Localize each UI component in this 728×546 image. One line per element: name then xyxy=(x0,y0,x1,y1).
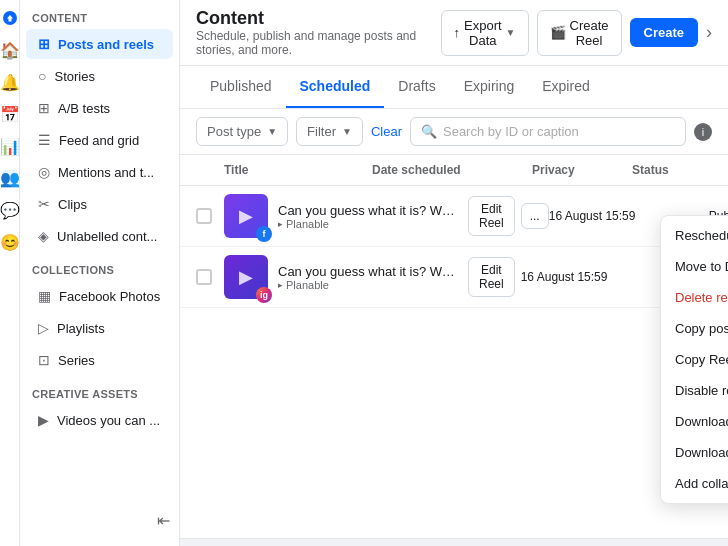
row1-checkbox[interactable] xyxy=(196,208,212,224)
left-icon-bar: 🏠 🔔 📅 📊 👥 💬 😊 xyxy=(0,0,20,546)
dropdown-item-add-collaborator[interactable]: Add collaborator xyxy=(661,468,728,499)
filter-label: Filter xyxy=(307,124,336,139)
row1-post-cell: ▶ f Can you guess what it is? We're ... … xyxy=(224,194,549,238)
thumb-play-icon: ▶ xyxy=(239,266,253,288)
sidebar-label-stories: Stories xyxy=(54,69,94,84)
feed-icon: ☰ xyxy=(38,132,51,148)
collapse-sidebar-button[interactable]: ⇤ xyxy=(155,512,171,528)
page-subtitle: Schedule, publish and manage posts and s… xyxy=(196,29,441,57)
sidebar-bottom: ⇤ xyxy=(20,504,179,536)
sidebar-item-mentions[interactable]: ◎ Mentions and t... xyxy=(26,157,173,187)
row2-post-title: Can you guess what it is? We're ... xyxy=(278,264,458,279)
row2-platform-badge: ig xyxy=(256,287,272,303)
status-col-header: Status xyxy=(632,163,712,177)
row2-date: 16 August 15:59 xyxy=(521,270,681,284)
sidebar-item-feed-grid[interactable]: ☰ Feed and grid xyxy=(26,125,173,155)
tab-expired[interactable]: Expired xyxy=(528,66,603,108)
sidebar-item-series[interactable]: ⊡ Series xyxy=(26,345,173,375)
row1-more-button[interactable]: ... xyxy=(521,203,549,229)
sidebar-label-mentions: Mentions and t... xyxy=(58,165,154,180)
home-icon[interactable]: 🏠 xyxy=(2,42,18,58)
dropdown-item-copy-id[interactable]: Copy Reel ID xyxy=(661,344,728,375)
row2-thumbnail: ▶ ig xyxy=(224,255,268,299)
tab-expiring[interactable]: Expiring xyxy=(450,66,529,108)
row1-thumbnail: ▶ f xyxy=(224,194,268,238)
create-reel-button[interactable]: 🎬 Create Reel xyxy=(537,10,622,56)
info-icon[interactable]: i xyxy=(694,123,712,141)
source-arrow-icon: ▸ xyxy=(278,280,283,290)
export-label: Export Data xyxy=(464,18,502,48)
dropdown-item-move-drafts[interactable]: Move to Drafts xyxy=(661,251,728,282)
top-header: Content Schedule, publish and manage pos… xyxy=(180,0,728,66)
row2-edit-reel-button[interactable]: Edit Reel xyxy=(468,257,515,297)
ab-tests-icon: ⊞ xyxy=(38,100,50,116)
dropdown-item-download-hd[interactable]: Download HD xyxy=(661,437,728,468)
row1-action-cell: Edit Reel ... xyxy=(468,196,549,236)
sidebar-item-ab-tests[interactable]: ⊞ A/B tests xyxy=(26,93,173,123)
tab-drafts[interactable]: Drafts xyxy=(384,66,449,108)
series-icon: ⊡ xyxy=(38,352,50,368)
stories-icon: ○ xyxy=(38,68,46,84)
export-chevron-icon: ▼ xyxy=(506,27,516,38)
row2-action-cell: Edit Reel xyxy=(468,257,521,297)
filter-chevron-icon: ▼ xyxy=(342,126,352,137)
export-data-button[interactable]: ↑ Export Data ▼ xyxy=(441,10,529,56)
source-arrow-icon: ▸ xyxy=(278,219,283,229)
more-options-button[interactable]: › xyxy=(706,22,712,43)
create-label: Create xyxy=(644,25,684,40)
dropdown-item-copy-link[interactable]: Copy post link xyxy=(661,313,728,344)
row2-post-cell: ▶ ig Can you guess what it is? We're ...… xyxy=(224,255,521,299)
post-type-chevron-icon: ▼ xyxy=(267,126,277,137)
filter-dropdown[interactable]: Filter ▼ xyxy=(296,117,363,146)
reel-icon: 🎬 xyxy=(550,25,566,40)
post-type-label: Post type xyxy=(207,124,261,139)
search-box[interactable]: 🔍 Search by ID or caption xyxy=(410,117,686,146)
row1-edit-reel-button[interactable]: Edit Reel xyxy=(468,196,515,236)
sidebar-section-collections: Collections xyxy=(20,252,179,280)
sidebar-item-videos[interactable]: ▶ Videos you can ... xyxy=(26,405,173,435)
tabs-bar: Published Scheduled Drafts Expiring Expi… xyxy=(180,66,728,109)
sidebar-item-stories[interactable]: ○ Stories xyxy=(26,61,173,91)
dropdown-item-disable-remix[interactable]: Disable remixing xyxy=(661,375,728,406)
create-button[interactable]: Create xyxy=(630,18,698,47)
fb-photos-icon: ▦ xyxy=(38,288,51,304)
sidebar-item-clips[interactable]: ✂ Clips xyxy=(26,189,173,219)
users-icon[interactable]: 👥 xyxy=(2,170,18,186)
row2-source-name: Planable xyxy=(286,279,329,291)
row2-checkbox[interactable] xyxy=(196,269,212,285)
posts-reels-icon: ⊞ xyxy=(38,36,50,52)
calendar-icon[interactable]: 📅 xyxy=(2,106,18,122)
sidebar-item-facebook-photos[interactable]: ▦ Facebook Photos xyxy=(26,281,173,311)
row1-post-info: Can you guess what it is? We're ... ▸ Pl… xyxy=(278,203,458,230)
bell-icon[interactable]: 🔔 xyxy=(2,74,18,90)
row2-post-info: Can you guess what it is? We're ... ▸ Pl… xyxy=(278,264,458,291)
content-table: Title Date scheduled Privacy Status ▶ f … xyxy=(180,155,728,538)
tab-published[interactable]: Published xyxy=(196,66,286,108)
sidebar-section-creative: Creative assets xyxy=(20,376,179,404)
row1-platform-badge: f xyxy=(256,226,272,242)
comment-icon[interactable]: 💬 xyxy=(2,202,18,218)
videos-icon: ▶ xyxy=(38,412,49,428)
sidebar-item-unlabelled[interactable]: ◈ Unlabelled cont... xyxy=(26,221,173,251)
checkbox-col-header xyxy=(196,163,224,177)
page-title: Content xyxy=(196,8,441,29)
context-dropdown-menu: Reschedule Reel Move to Drafts Delete re… xyxy=(660,215,728,504)
smile-icon[interactable]: 😊 xyxy=(2,234,18,250)
sidebar-item-posts-reels[interactable]: ⊞ Posts and reels xyxy=(26,29,173,59)
chart-icon[interactable]: 📊 xyxy=(2,138,18,154)
sidebar-label-series: Series xyxy=(58,353,95,368)
table-row: ▶ f Can you guess what it is? We're ... … xyxy=(180,186,728,247)
search-icon: 🔍 xyxy=(421,124,437,139)
row1-post-source: ▸ Planable xyxy=(278,218,458,230)
tab-scheduled[interactable]: Scheduled xyxy=(286,66,385,108)
horizontal-scrollbar[interactable] xyxy=(180,538,728,546)
logo-icon[interactable] xyxy=(2,10,18,26)
post-type-filter[interactable]: Post type ▼ xyxy=(196,117,288,146)
clear-button[interactable]: Clear xyxy=(371,124,402,139)
dropdown-item-reschedule[interactable]: Reschedule Reel xyxy=(661,220,728,251)
search-placeholder: Search by ID or caption xyxy=(443,124,579,139)
sidebar-item-playlists[interactable]: ▷ Playlists xyxy=(26,313,173,343)
sidebar-label-playlists: Playlists xyxy=(57,321,105,336)
dropdown-item-delete[interactable]: Delete reel xyxy=(661,282,728,313)
dropdown-item-download-sd[interactable]: Download SD xyxy=(661,406,728,437)
